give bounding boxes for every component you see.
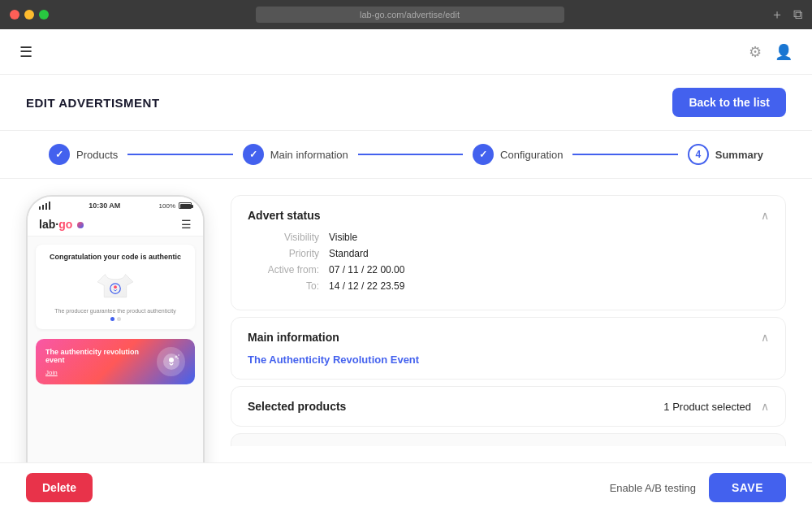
phone-banner-title: The authenticity revolution event <box>45 348 157 364</box>
step-circle-1: ✓ <box>49 144 70 165</box>
event-name-link[interactable]: The Authenticity Revolution Event <box>248 354 769 366</box>
step-label-4: Summary <box>715 149 763 161</box>
battery-fill <box>180 204 191 209</box>
step-label-3: Configuration <box>500 149 563 161</box>
to-value: 14 / 12 / 22 23.59 <box>329 280 404 292</box>
app-shell: ☰ ⚙ 👤 EDIT ADVERTISMENT Back to the list… <box>0 29 812 512</box>
selected-events-label: Selected events <box>248 445 323 446</box>
svg-point-1 <box>114 285 117 289</box>
phone-dot-2 <box>117 317 121 321</box>
ab-testing-button[interactable]: Enable A/B testing <box>610 482 696 494</box>
maximize-dot[interactable] <box>39 10 49 20</box>
visibility-label: Visibility <box>248 232 329 243</box>
selected-events-value: 0 selected events <box>687 445 769 446</box>
main-content: 10:30 AM 100% lab·go ☰ <box>0 179 812 462</box>
close-dot[interactable] <box>10 10 19 20</box>
tabs-icon[interactable]: ⧉ <box>793 7 802 22</box>
delete-button[interactable]: Delete <box>26 473 93 502</box>
phone-banner: The authenticity revolution event Join <box>36 339 195 384</box>
main-information-card: Main information ∧ The Authenticity Revo… <box>231 317 786 380</box>
titlebar-actions: ＋ ⧉ <box>771 7 802 24</box>
phone-app-nav: lab·go ☰ <box>28 213 203 236</box>
advert-status-title: Advert status <box>248 209 320 222</box>
phone-body: Congratulation your code is authentic <box>28 236 203 462</box>
plus-icon[interactable]: ＋ <box>771 7 784 24</box>
selected-products-right: 1 Product selected ∧ <box>663 400 769 413</box>
step-summary[interactable]: 4 Summary <box>688 144 763 165</box>
active-from-label: Active from: <box>248 264 329 276</box>
step-products[interactable]: ✓ Products <box>49 144 118 165</box>
window-controls <box>10 10 49 20</box>
signal-bar-2 <box>42 205 44 210</box>
battery-text: 100% <box>159 202 175 210</box>
selected-products-chevron[interactable]: ∧ <box>761 400 769 413</box>
selected-products-row: Selected products 1 Product selected ∧ <box>248 400 769 413</box>
phone-battery: 100% <box>159 202 192 210</box>
phone-status-bar: 10:30 AM 100% <box>28 197 203 213</box>
step-main-information[interactable]: ✓ Main information <box>243 144 348 165</box>
step-label-1: Products <box>76 149 118 161</box>
phone-time: 10:30 AM <box>89 202 120 210</box>
battery-icon <box>179 202 192 209</box>
phone-logo: lab·go <box>39 218 84 231</box>
main-information-header: Main information ∧ <box>248 331 769 344</box>
step-configuration[interactable]: ✓ Configuration <box>473 144 563 165</box>
step-line-2 <box>358 154 463 155</box>
phone-logo-dot <box>77 222 84 228</box>
phone-dot-1 <box>110 317 114 321</box>
step-label-2: Main information <box>270 149 348 161</box>
action-bar-left: Delete <box>26 473 93 502</box>
svg-point-4 <box>175 356 177 358</box>
phone-menu-icon[interactable]: ☰ <box>181 218 192 231</box>
topnav: ☰ ⚙ 👤 <box>0 29 812 75</box>
advert-status-header: Advert status ∧ <box>248 209 769 222</box>
priority-value: Standard <box>329 248 369 259</box>
back-to-list-button[interactable]: Back to the list <box>672 88 786 117</box>
url-bar[interactable]: lab-go.com/advertise/edit <box>256 7 564 23</box>
advert-to-row: To: 14 / 12 / 22 23.59 <box>248 280 769 292</box>
tshirt-image <box>95 264 136 305</box>
minimize-dot[interactable] <box>24 10 34 20</box>
step-circle-4: 4 <box>688 144 709 165</box>
active-from-value: 07 / 11 / 22 00.00 <box>329 264 404 276</box>
step-circle-2: ✓ <box>243 144 264 165</box>
phone-product-card: Congratulation your code is authentic <box>36 245 195 329</box>
advert-priority-row: Priority Standard <box>248 248 769 259</box>
battery-tip <box>192 205 193 208</box>
phone-banner-join[interactable]: Join <box>45 369 157 376</box>
brand-icon <box>162 352 181 371</box>
hamburger-icon[interactable]: ☰ <box>19 43 32 61</box>
save-button[interactable]: SAVE <box>709 473 786 502</box>
phone-pagination-dots <box>44 317 187 321</box>
advert-status-chevron[interactable]: ∧ <box>761 209 769 222</box>
settings-icon[interactable]: ⚙ <box>749 43 762 61</box>
visibility-value: Visible <box>329 232 357 243</box>
topnav-right: ⚙ 👤 <box>749 43 793 61</box>
signal-bar-3 <box>45 203 47 210</box>
selected-products-title: Selected products <box>248 400 346 413</box>
phone-card-title: Congratulation your code is authentic <box>44 253 187 261</box>
phone-banner-icon <box>157 347 185 376</box>
step-line-1 <box>127 154 232 155</box>
svg-point-3 <box>169 358 174 362</box>
user-icon[interactable]: 👤 <box>775 43 793 61</box>
signal-bar-4 <box>49 202 50 210</box>
to-label: To: <box>248 280 329 292</box>
main-information-title: Main information <box>248 331 339 344</box>
selected-products-card: Selected products 1 Product selected ∧ <box>231 386 786 427</box>
stepper: ✓ Products ✓ Main information ✓ Configur… <box>0 131 812 179</box>
right-panel: Advert status ∧ Visibility Visible Prior… <box>231 195 786 446</box>
page-header: EDIT ADVERTISMENT Back to the list <box>0 75 812 131</box>
signal-bar-1 <box>39 206 41 210</box>
step-circle-3: ✓ <box>473 144 494 165</box>
priority-label: Priority <box>248 248 329 259</box>
advert-active-from-row: Active from: 07 / 11 / 22 00.00 <box>248 264 769 276</box>
main-information-chevron[interactable]: ∧ <box>761 331 769 344</box>
titlebar: lab-go.com/advertise/edit ＋ ⧉ <box>0 0 812 29</box>
phone-logo-go: go <box>58 218 72 231</box>
phone-card-subtitle: The producer guarantee the product authe… <box>44 308 187 314</box>
advert-status-card: Advert status ∧ Visibility Visible Prior… <box>231 195 786 310</box>
page-title: EDIT ADVERTISMENT <box>26 96 160 110</box>
selected-products-value: 1 Product selected <box>663 401 751 413</box>
action-bar-right: Enable A/B testing SAVE <box>610 473 786 502</box>
